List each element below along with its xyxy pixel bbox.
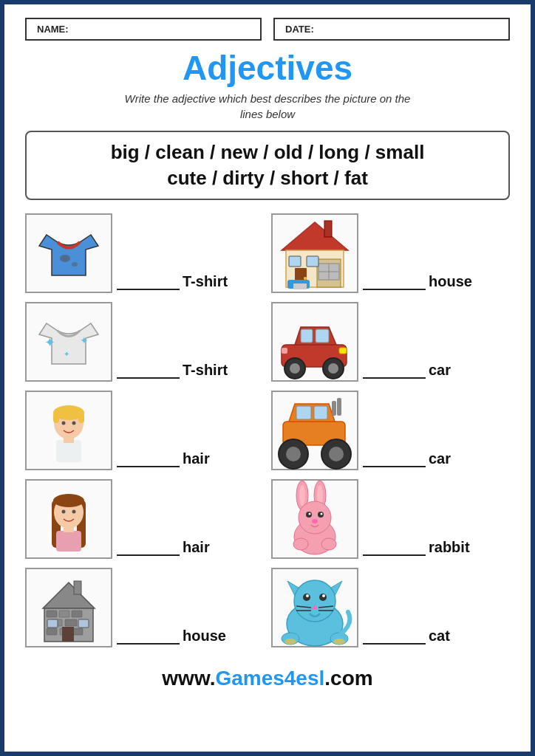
svg-point-63: [329, 447, 344, 461]
svg-rect-58: [296, 406, 311, 419]
svg-point-0: [60, 255, 70, 262]
list-item: hair: [25, 479, 264, 563]
svg-rect-64: [337, 398, 341, 416]
svg-rect-59: [314, 406, 327, 419]
svg-rect-45: [324, 221, 332, 237]
item-label: car: [429, 362, 451, 379]
svg-text:✦: ✦: [80, 334, 89, 346]
svg-text:✦: ✦: [64, 350, 69, 358]
header-row: NAME: DATE:: [25, 18, 510, 41]
svg-rect-55: [339, 348, 347, 354]
name-label: NAME:: [37, 24, 69, 35]
svg-point-74: [309, 513, 311, 515]
word-bank: big / clean / new / old / long / small c…: [25, 131, 510, 200]
svg-point-76: [312, 519, 318, 523]
svg-point-54: [328, 363, 338, 374]
svg-point-11: [62, 421, 66, 425]
answer-line: [363, 643, 426, 645]
item-label: rabbit: [429, 539, 470, 556]
svg-rect-49: [301, 329, 313, 343]
image-short-hair: [25, 391, 112, 470]
image-tshirt-clean: ✦ ✦ ✦: [25, 302, 112, 382]
footer: www.Games4esl.com: [162, 667, 372, 690]
right-column: house: [271, 213, 510, 652]
list-item: cat: [271, 568, 510, 652]
list-item: house: [271, 213, 510, 298]
svg-point-61: [286, 447, 301, 461]
answer-line: [363, 289, 426, 290]
svg-rect-47: [293, 284, 307, 289]
image-rabbit: [271, 479, 358, 559]
svg-rect-23: [47, 611, 57, 617]
item-label: T-shirt: [183, 273, 228, 290]
svg-point-86: [322, 594, 325, 597]
svg-rect-28: [47, 628, 57, 635]
svg-point-1: [72, 262, 78, 267]
answer-area: car: [363, 450, 510, 470]
svg-point-95: [333, 639, 345, 645]
svg-point-20: [72, 510, 76, 514]
answer-area: T-shirt: [117, 273, 264, 293]
list-item: house: [25, 568, 264, 652]
footer-highlight: Games4esl: [215, 667, 324, 690]
image-new-house: [271, 213, 358, 293]
item-label: hair: [183, 450, 210, 467]
item-label: house: [429, 273, 472, 290]
svg-rect-5: [56, 440, 81, 462]
svg-point-42: [304, 277, 307, 280]
image-fat-cat: [271, 568, 358, 647]
svg-rect-9: [53, 413, 59, 423]
page-title: Adjectives: [183, 48, 352, 88]
svg-rect-32: [47, 619, 58, 628]
list-item: T-shirt: [25, 213, 264, 298]
svg-point-19: [62, 510, 66, 514]
svg-point-77: [293, 538, 308, 550]
answer-line: [117, 554, 180, 556]
svg-point-75: [321, 513, 323, 515]
list-item: ✦ ✦ ✦ T-shirt: [25, 302, 264, 386]
answer-line: [363, 466, 426, 467]
svg-rect-25: [72, 611, 82, 617]
svg-point-78: [321, 538, 336, 550]
answer-line: [117, 466, 180, 467]
svg-point-68: [299, 485, 305, 506]
image-small-car: [271, 302, 358, 382]
exercise-columns: T-shirt ✦ ✦ ✦ T-shirt: [25, 213, 510, 652]
image-long-hair: [25, 479, 112, 559]
svg-rect-44: [307, 256, 318, 267]
svg-rect-27: [65, 619, 77, 626]
image-big-car: [271, 391, 358, 470]
answer-line: [363, 554, 426, 556]
svg-rect-34: [74, 581, 81, 594]
word-bank-line1: big / clean / new / old / long / small: [41, 141, 494, 164]
item-label: cat: [429, 628, 450, 645]
svg-point-85: [306, 594, 309, 597]
image-tshirt-dirty: [25, 213, 112, 293]
image-old-house: [25, 568, 112, 647]
answer-line: [363, 377, 426, 379]
answer-area: rabbit: [363, 539, 510, 559]
subtitle: Write the adjective which best describes…: [125, 91, 411, 122]
answer-area: house: [363, 273, 510, 293]
item-label: house: [183, 628, 226, 645]
svg-rect-33: [78, 619, 89, 628]
svg-point-18: [53, 494, 84, 507]
date-label: DATE:: [285, 24, 314, 35]
svg-point-71: [299, 501, 331, 534]
answer-area: car: [363, 362, 510, 382]
svg-rect-10: [78, 413, 84, 423]
list-item: rabbit: [271, 479, 510, 563]
answer-area: T-shirt: [117, 362, 264, 382]
left-column: T-shirt ✦ ✦ ✦ T-shirt: [25, 213, 264, 652]
date-field: DATE:: [273, 18, 510, 41]
name-field: NAME:: [25, 18, 262, 41]
svg-rect-31: [62, 627, 74, 642]
svg-rect-50: [316, 329, 329, 343]
svg-point-82: [294, 580, 335, 622]
svg-marker-21: [43, 583, 95, 608]
answer-area: hair: [117, 450, 264, 470]
list-item: car: [271, 391, 510, 475]
answer-area: cat: [363, 628, 510, 647]
svg-rect-30: [72, 628, 83, 635]
svg-point-12: [72, 421, 76, 425]
